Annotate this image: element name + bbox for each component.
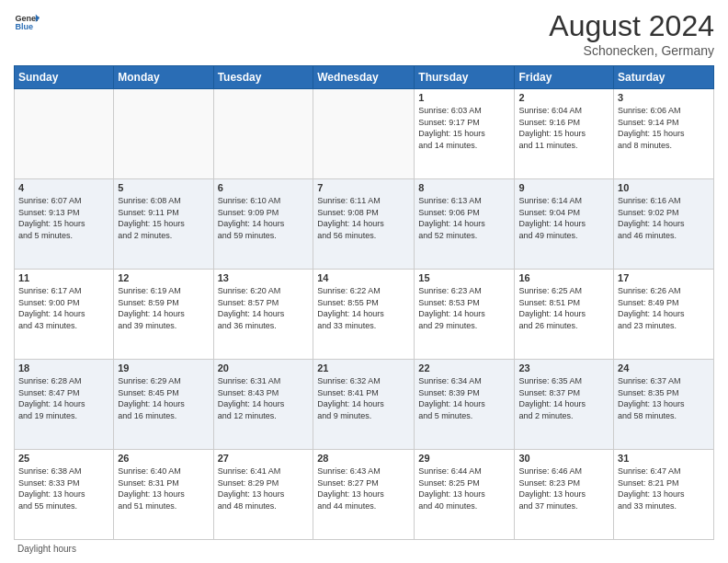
day-number: 29 — [418, 453, 510, 464]
table-row: 17Sunrise: 6:26 AM Sunset: 8:49 PM Dayli… — [614, 270, 714, 360]
day-info: Sunrise: 6:29 AM Sunset: 8:45 PM Dayligh… — [118, 375, 209, 421]
calendar-week-4: 18Sunrise: 6:28 AM Sunset: 8:47 PM Dayli… — [15, 360, 714, 450]
table-row — [15, 89, 114, 179]
calendar-week-1: 1Sunrise: 6:03 AM Sunset: 9:17 PM Daylig… — [15, 89, 714, 179]
day-number: 7 — [317, 182, 410, 193]
day-number: 20 — [218, 362, 310, 373]
table-row: 23Sunrise: 6:35 AM Sunset: 8:37 PM Dayli… — [515, 360, 614, 450]
table-row: 24Sunrise: 6:37 AM Sunset: 8:35 PM Dayli… — [614, 360, 714, 450]
day-info: Sunrise: 6:03 AM Sunset: 9:17 PM Dayligh… — [418, 105, 510, 151]
day-number: 24 — [618, 362, 710, 373]
day-number: 1 — [418, 92, 510, 103]
calendar-week-2: 4Sunrise: 6:07 AM Sunset: 9:13 PM Daylig… — [15, 179, 714, 270]
table-row: 20Sunrise: 6:31 AM Sunset: 8:43 PM Dayli… — [213, 360, 313, 450]
table-row: 30Sunrise: 6:46 AM Sunset: 8:23 PM Dayli… — [515, 450, 614, 540]
day-info: Sunrise: 6:07 AM Sunset: 9:13 PM Dayligh… — [18, 195, 109, 241]
table-row: 7Sunrise: 6:11 AM Sunset: 9:08 PM Daylig… — [313, 179, 415, 270]
header: General Blue August 2024 Schonecken, Ger… — [14, 9, 714, 58]
day-info: Sunrise: 6:46 AM Sunset: 8:23 PM Dayligh… — [518, 465, 609, 511]
day-number: 2 — [518, 92, 609, 103]
table-row: 16Sunrise: 6:25 AM Sunset: 8:51 PM Dayli… — [515, 270, 614, 360]
table-row: 26Sunrise: 6:40 AM Sunset: 8:31 PM Dayli… — [114, 450, 213, 540]
day-number: 27 — [218, 453, 310, 464]
table-row: 22Sunrise: 6:34 AM Sunset: 8:39 PM Dayli… — [415, 360, 515, 450]
table-row: 3Sunrise: 6:06 AM Sunset: 9:14 PM Daylig… — [614, 89, 714, 179]
table-row: 21Sunrise: 6:32 AM Sunset: 8:41 PM Dayli… — [313, 360, 415, 450]
day-number: 14 — [317, 272, 410, 283]
day-number: 9 — [518, 182, 609, 193]
calendar-week-5: 25Sunrise: 6:38 AM Sunset: 8:33 PM Dayli… — [15, 450, 714, 540]
location: Schonecken, Germany — [549, 43, 714, 58]
day-number: 13 — [218, 272, 310, 283]
table-row: 8Sunrise: 6:13 AM Sunset: 9:06 PM Daylig… — [415, 179, 515, 270]
day-number: 26 — [118, 453, 209, 464]
day-info: Sunrise: 6:28 AM Sunset: 8:47 PM Dayligh… — [18, 375, 109, 421]
day-number: 21 — [317, 362, 410, 373]
day-info: Sunrise: 6:40 AM Sunset: 8:31 PM Dayligh… — [118, 465, 209, 511]
day-info: Sunrise: 6:17 AM Sunset: 9:00 PM Dayligh… — [18, 285, 109, 331]
day-info: Sunrise: 6:06 AM Sunset: 9:14 PM Dayligh… — [618, 105, 710, 151]
col-friday: Friday — [515, 66, 614, 89]
month-year: August 2024 — [549, 9, 714, 43]
calendar: Sunday Monday Tuesday Wednesday Thursday… — [14, 65, 714, 540]
day-number: 15 — [418, 272, 510, 283]
day-number: 30 — [518, 453, 609, 464]
table-row: 31Sunrise: 6:47 AM Sunset: 8:21 PM Dayli… — [614, 450, 714, 540]
day-number: 19 — [118, 362, 209, 373]
table-row: 25Sunrise: 6:38 AM Sunset: 8:33 PM Dayli… — [15, 450, 114, 540]
day-info: Sunrise: 6:11 AM Sunset: 9:08 PM Dayligh… — [317, 195, 410, 241]
day-info: Sunrise: 6:14 AM Sunset: 9:04 PM Dayligh… — [518, 195, 609, 241]
col-saturday: Saturday — [614, 66, 714, 89]
logo: General Blue — [14, 9, 40, 35]
table-row: 12Sunrise: 6:19 AM Sunset: 8:59 PM Dayli… — [114, 270, 213, 360]
table-row: 5Sunrise: 6:08 AM Sunset: 9:11 PM Daylig… — [114, 179, 213, 270]
table-row — [313, 89, 415, 179]
svg-text:Blue: Blue — [15, 22, 33, 31]
table-row: 11Sunrise: 6:17 AM Sunset: 9:00 PM Dayli… — [15, 270, 114, 360]
day-number: 12 — [118, 272, 209, 283]
day-number: 31 — [618, 453, 710, 464]
day-number: 11 — [18, 272, 109, 283]
day-info: Sunrise: 6:31 AM Sunset: 8:43 PM Dayligh… — [218, 375, 310, 421]
table-row: 19Sunrise: 6:29 AM Sunset: 8:45 PM Dayli… — [114, 360, 213, 450]
day-info: Sunrise: 6:37 AM Sunset: 8:35 PM Dayligh… — [618, 375, 710, 421]
table-row: 10Sunrise: 6:16 AM Sunset: 9:02 PM Dayli… — [614, 179, 714, 270]
day-info: Sunrise: 6:38 AM Sunset: 8:33 PM Dayligh… — [18, 465, 109, 511]
table-row: 28Sunrise: 6:43 AM Sunset: 8:27 PM Dayli… — [313, 450, 415, 540]
col-monday: Monday — [114, 66, 213, 89]
day-number: 18 — [18, 362, 109, 373]
day-info: Sunrise: 6:22 AM Sunset: 8:55 PM Dayligh… — [317, 285, 410, 331]
table-row: 13Sunrise: 6:20 AM Sunset: 8:57 PM Dayli… — [213, 270, 313, 360]
day-number: 25 — [18, 453, 109, 464]
title-block: August 2024 Schonecken, Germany — [549, 9, 714, 58]
day-number: 23 — [518, 362, 609, 373]
table-row: 29Sunrise: 6:44 AM Sunset: 8:25 PM Dayli… — [415, 450, 515, 540]
table-row: 18Sunrise: 6:28 AM Sunset: 8:47 PM Dayli… — [15, 360, 114, 450]
day-info: Sunrise: 6:26 AM Sunset: 8:49 PM Dayligh… — [618, 285, 710, 331]
calendar-week-3: 11Sunrise: 6:17 AM Sunset: 9:00 PM Dayli… — [15, 270, 714, 360]
day-info: Sunrise: 6:23 AM Sunset: 8:53 PM Dayligh… — [418, 285, 510, 331]
table-row — [114, 89, 213, 179]
table-row: 9Sunrise: 6:14 AM Sunset: 9:04 PM Daylig… — [515, 179, 614, 270]
day-info: Sunrise: 6:35 AM Sunset: 8:37 PM Dayligh… — [518, 375, 609, 421]
col-sunday: Sunday — [15, 66, 114, 89]
col-thursday: Thursday — [415, 66, 515, 89]
table-row: 14Sunrise: 6:22 AM Sunset: 8:55 PM Dayli… — [313, 270, 415, 360]
day-info: Sunrise: 6:25 AM Sunset: 8:51 PM Dayligh… — [518, 285, 609, 331]
day-info: Sunrise: 6:16 AM Sunset: 9:02 PM Dayligh… — [618, 195, 710, 241]
day-info: Sunrise: 6:32 AM Sunset: 8:41 PM Dayligh… — [317, 375, 410, 421]
day-number: 8 — [418, 182, 510, 193]
day-number: 5 — [118, 182, 209, 193]
table-row: 6Sunrise: 6:10 AM Sunset: 9:09 PM Daylig… — [213, 179, 313, 270]
calendar-header-row: Sunday Monday Tuesday Wednesday Thursday… — [15, 66, 714, 89]
col-tuesday: Tuesday — [213, 66, 313, 89]
day-info: Sunrise: 6:08 AM Sunset: 9:11 PM Dayligh… — [118, 195, 209, 241]
table-row: 15Sunrise: 6:23 AM Sunset: 8:53 PM Dayli… — [415, 270, 515, 360]
daylight-label: Daylight hours — [17, 544, 76, 554]
table-row: 2Sunrise: 6:04 AM Sunset: 9:16 PM Daylig… — [515, 89, 614, 179]
day-info: Sunrise: 6:43 AM Sunset: 8:27 PM Dayligh… — [317, 465, 410, 511]
day-info: Sunrise: 6:10 AM Sunset: 9:09 PM Dayligh… — [218, 195, 310, 241]
day-info: Sunrise: 6:34 AM Sunset: 8:39 PM Dayligh… — [418, 375, 510, 421]
legend: Daylight hours — [14, 544, 714, 554]
day-number: 4 — [18, 182, 109, 193]
